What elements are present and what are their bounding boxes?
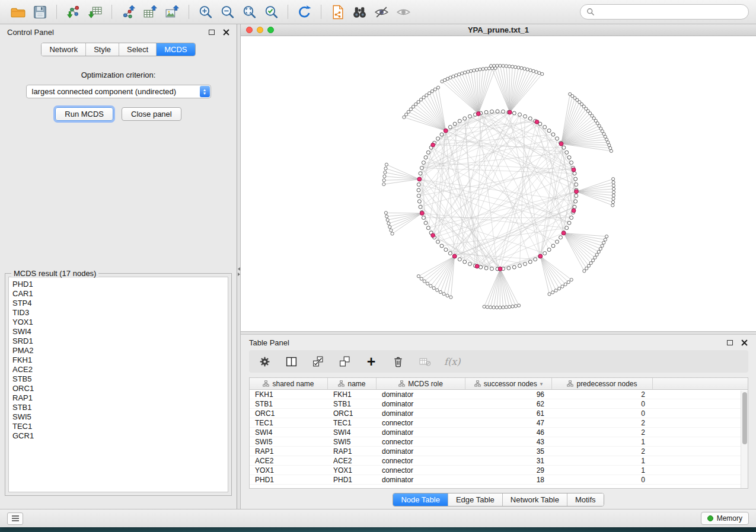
toolbar-search[interactable]: [580, 4, 749, 20]
table-cell[interactable]: 18: [465, 476, 552, 484]
mcds-result-item[interactable]: RAP1: [12, 393, 224, 403]
close-window-icon[interactable]: [246, 27, 253, 33]
table-cell[interactable]: connector: [377, 457, 465, 465]
table-cell[interactable]: 43: [465, 438, 552, 446]
close-panel-button[interactable]: [223, 29, 229, 36]
float-panel-button[interactable]: [209, 30, 215, 35]
mcds-result-item[interactable]: TID3: [12, 308, 224, 318]
table-row[interactable]: STB1STB1dominator620: [250, 399, 748, 409]
table-cell[interactable]: connector: [377, 419, 465, 427]
add-column-button[interactable]: +: [364, 354, 378, 368]
table-cell[interactable]: 31: [465, 457, 552, 465]
mcds-result-item[interactable]: PMA2: [12, 346, 224, 355]
mcds-result-item[interactable]: STP4: [12, 299, 224, 308]
table-cell[interactable]: 35: [465, 447, 552, 456]
table-cell[interactable]: ORC1: [250, 409, 328, 418]
export-network-button[interactable]: [117, 2, 139, 22]
column-header-successor-nodes[interactable]: successor nodes▾: [465, 378, 552, 389]
table-row[interactable]: PHD1PHD1dominator180: [250, 475, 748, 485]
mcds-result-item[interactable]: STB1: [12, 403, 224, 412]
zoom-in-button[interactable]: [194, 2, 216, 22]
table-row[interactable]: FKH1FKH1dominator962: [250, 390, 748, 399]
criterion-dropdown[interactable]: largest connected component (undirected)…: [26, 85, 211, 98]
table-cell[interactable]: dominator: [377, 400, 465, 408]
table-cell[interactable]: ACE2: [250, 457, 328, 465]
maximize-window-icon[interactable]: [267, 27, 274, 33]
mcds-result-item[interactable]: CAR1: [12, 289, 224, 299]
table-cell[interactable]: 0: [552, 400, 653, 408]
table-cell[interactable]: 1: [552, 457, 653, 465]
table-cell[interactable]: 96: [465, 390, 552, 399]
delete-column-button[interactable]: [391, 354, 405, 368]
tab-style[interactable]: Style: [86, 43, 119, 56]
import-table-button[interactable]: [84, 2, 106, 22]
column-header-name[interactable]: name: [328, 378, 377, 389]
table-cell[interactable]: RAP1: [250, 447, 328, 456]
show-hide-button[interactable]: [371, 2, 393, 22]
show-columns-button[interactable]: [284, 354, 298, 368]
select-all-button[interactable]: [311, 354, 325, 368]
search-network-button[interactable]: [349, 2, 371, 22]
tab-network[interactable]: Network: [42, 43, 86, 56]
mcds-result-item[interactable]: TEC1: [12, 422, 224, 431]
mcds-result-item[interactable]: ACE2: [12, 365, 224, 374]
table-cell[interactable]: SWI5: [328, 438, 377, 446]
table-tab-node-table[interactable]: Node Table: [393, 493, 448, 506]
memory-button[interactable]: Memory: [701, 512, 749, 525]
table-cell[interactable]: 2: [552, 419, 653, 427]
zoom-fit-button[interactable]: [238, 2, 260, 22]
table-row[interactable]: TEC1TEC1connector472: [250, 418, 748, 428]
status-menu-button[interactable]: [7, 512, 23, 525]
mcds-result-item[interactable]: SRD1: [12, 336, 224, 346]
close-table-panel-button[interactable]: [741, 339, 748, 346]
table-cell[interactable]: TEC1: [328, 419, 377, 427]
table-cell[interactable]: dominator: [377, 390, 465, 399]
search-input[interactable]: [598, 8, 742, 17]
table-cell[interactable]: STB1: [250, 400, 328, 408]
save-session-button[interactable]: [29, 2, 51, 22]
table-cell[interactable]: 2: [552, 447, 653, 456]
table-cell[interactable]: 1: [552, 466, 653, 475]
network-window-titlebar[interactable]: YPA_prune.txt_1: [241, 24, 756, 36]
table-cell[interactable]: 62: [465, 400, 552, 408]
mcds-result-item[interactable]: SWI5: [12, 412, 224, 422]
table-cell[interactable]: 2: [552, 428, 653, 437]
table-cell[interactable]: dominator: [377, 447, 465, 456]
table-cell[interactable]: ACE2: [328, 457, 377, 465]
open-file-button[interactable]: [7, 2, 29, 22]
table-cell[interactable]: dominator: [377, 428, 465, 437]
table-cell[interactable]: SWI5: [250, 438, 328, 446]
refresh-button[interactable]: [294, 2, 315, 22]
column-header-predecessor-nodes[interactable]: predecessor nodes: [552, 378, 653, 389]
table-cell[interactable]: SWI4: [328, 428, 377, 437]
unselect-all-button[interactable]: [337, 354, 352, 368]
table-cell[interactable]: STB1: [328, 400, 377, 408]
scrollbar-thumb[interactable]: [742, 392, 747, 444]
import-network-button[interactable]: [62, 2, 84, 22]
tab-select[interactable]: Select: [119, 43, 157, 56]
table-cell[interactable]: 1: [552, 438, 653, 446]
export-table-button[interactable]: [139, 2, 161, 22]
table-cell[interactable]: FKH1: [328, 390, 377, 399]
float-table-panel-button[interactable]: [727, 340, 733, 345]
table-cell[interactable]: 29: [465, 466, 552, 475]
minimize-window-icon[interactable]: [257, 27, 263, 33]
table-row[interactable]: ORC1ORC1dominator610: [250, 409, 748, 418]
table-scrollbar[interactable]: [741, 390, 748, 488]
table-cell[interactable]: RAP1: [328, 447, 377, 456]
table-settings-button[interactable]: [257, 354, 272, 368]
mcds-result-item[interactable]: GCR1: [12, 431, 224, 441]
table-cell[interactable]: connector: [377, 438, 465, 446]
mcds-result-item[interactable]: FKH1: [12, 355, 224, 365]
table-cell[interactable]: 2: [552, 390, 653, 399]
table-cell[interactable]: TEC1: [250, 419, 328, 427]
table-cell[interactable]: 46: [465, 428, 552, 437]
close-panel-button-2[interactable]: Close panel: [122, 107, 181, 121]
table-cell[interactable]: dominator: [377, 409, 465, 418]
table-cell[interactable]: ORC1: [328, 409, 377, 418]
column-header-MCDS-role[interactable]: MCDS role: [377, 378, 465, 389]
share-document-button[interactable]: [327, 2, 349, 22]
table-tab-motifs[interactable]: Motifs: [567, 493, 604, 506]
eye-button[interactable]: [393, 2, 414, 22]
table-row[interactable]: ACE2ACE2connector311: [250, 456, 748, 466]
